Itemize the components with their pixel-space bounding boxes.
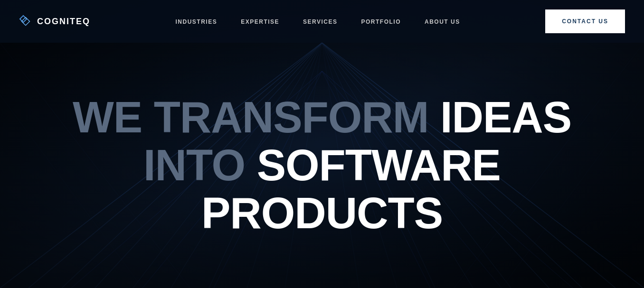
hero-text: WE TRANSFORM IDEAS INTO SOFTWARE PRODUCT… [38, 93, 606, 238]
hero-line1-dim: WE TRANSFORM [73, 93, 440, 141]
page-wrapper: COGNITEQ INDUSTRIES EXPERTISE SERVICES P… [0, 0, 644, 288]
hero-line2-dim: INTO [143, 141, 257, 189]
nav-item-industries[interactable]: INDUSTRIES [176, 17, 218, 26]
logo-icon [19, 15, 32, 28]
nav-link-portfolio[interactable]: PORTFOLIO [361, 19, 401, 25]
nav-item-portfolio[interactable]: PORTFOLIO [361, 17, 401, 26]
hero-line-1: WE TRANSFORM IDEAS [38, 93, 606, 141]
logo-text: COGNITEQ [37, 17, 90, 27]
nav-link-about[interactable]: ABOUT US [425, 19, 460, 25]
svg-rect-32 [20, 16, 27, 22]
logo[interactable]: COGNITEQ [19, 15, 90, 28]
hero-line1-bright: IDEAS [440, 93, 571, 141]
nav-link-services[interactable]: SERVICES [303, 19, 337, 25]
nav-link-expertise[interactable]: EXPERTISE [241, 19, 279, 25]
hero-line-2: INTO SOFTWARE PRODUCTS [38, 141, 606, 237]
hero-section: WE TRANSFORM IDEAS INTO SOFTWARE PRODUCT… [0, 43, 644, 288]
nav-link-industries[interactable]: INDUSTRIES [176, 19, 218, 25]
nav-item-about[interactable]: ABOUT US [425, 17, 460, 26]
nav-links: INDUSTRIES EXPERTISE SERVICES PORTFOLIO … [176, 17, 460, 26]
contact-us-button[interactable]: CONTACT US [545, 9, 625, 33]
nav-item-services[interactable]: SERVICES [303, 17, 337, 26]
navbar: COGNITEQ INDUSTRIES EXPERTISE SERVICES P… [0, 0, 644, 43]
nav-item-expertise[interactable]: EXPERTISE [241, 17, 279, 26]
